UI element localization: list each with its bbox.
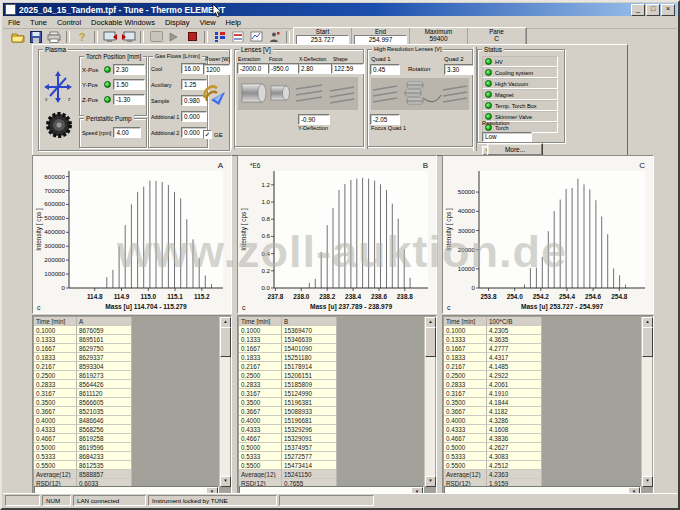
table-row[interactable]: 0.18338629337 xyxy=(34,353,132,362)
table-row[interactable]: 0.36678521035 xyxy=(34,407,132,416)
start-scan-button[interactable] xyxy=(165,30,183,44)
table-row[interactable]: Time [min]100*C/B xyxy=(444,317,542,326)
scroll-down-icon[interactable]: ▼ xyxy=(425,476,436,487)
table-row[interactable]: 0.100015369470 xyxy=(239,326,337,335)
table-row[interactable]: 0.53338684233 xyxy=(34,452,132,461)
vertical-scrollbar[interactable]: ▲▼ xyxy=(424,317,435,487)
menu-control[interactable]: Control xyxy=(52,18,86,27)
table-row[interactable]: 0.40004.3286 xyxy=(444,416,542,425)
focus-quad1-field[interactable]: -2.05 xyxy=(370,114,400,125)
table-row[interactable]: 0.466715329091 xyxy=(239,434,337,443)
table-row[interactable]: 0.21674.1485 xyxy=(444,362,542,371)
spectrum-pane-c[interactable]: 01000020000300004000050000253.8254.0254.… xyxy=(442,155,654,314)
vertical-scrollbar[interactable]: ▲▼ xyxy=(219,317,230,487)
table-row[interactable]: 0.25008619273 xyxy=(34,371,132,380)
y-deflection-field[interactable]: -0.90 xyxy=(298,114,330,125)
table-row[interactable]: 0.10004.2305 xyxy=(444,326,542,335)
table-row[interactable]: 0.500015374957 xyxy=(239,443,337,452)
extraction-field[interactable]: -2000.0 xyxy=(237,63,269,74)
peristaltic-pump-icon[interactable] xyxy=(45,108,73,146)
minimize-button[interactable]: _ xyxy=(631,4,645,16)
table-row[interactable]: 0.50008619596 xyxy=(34,443,132,452)
table-row[interactable]: 0.55008612535 xyxy=(34,461,132,470)
table-row[interactable]: 0.283315185809 xyxy=(239,380,337,389)
table-row[interactable]: 0.433315329296 xyxy=(239,425,337,434)
pump-speed-field[interactable]: 4.00 xyxy=(113,127,141,138)
torch-position-icon[interactable]: xz xyxy=(43,70,73,108)
table-row[interactable]: 0.316715124990 xyxy=(239,389,337,398)
menu-tune[interactable]: Tune xyxy=(25,18,52,27)
table-row[interactable]: 0.53334.3083 xyxy=(444,452,542,461)
table-row[interactable]: Time [min]A xyxy=(34,317,132,326)
z-pos-field[interactable]: -1.30 xyxy=(113,94,145,105)
table-row[interactable]: 0.13334.3635 xyxy=(444,335,542,344)
table-row[interactable]: 0.18334.4317 xyxy=(444,353,542,362)
additional1-field[interactable]: 0.000 xyxy=(181,111,207,122)
peak-table-button[interactable] xyxy=(229,30,247,44)
table-row[interactable]: Time [min]B xyxy=(239,317,337,326)
menu-view[interactable]: View xyxy=(194,18,220,27)
scroll-down-icon[interactable]: ▼ xyxy=(642,476,653,487)
table-row[interactable]: 0.400015196681 xyxy=(239,416,337,425)
print-button[interactable] xyxy=(45,30,63,44)
table-row[interactable]: 0.40008486646 xyxy=(34,416,132,425)
shape-field[interactable]: 122.59 xyxy=(331,63,364,74)
table-row[interactable]: 0.133315346639 xyxy=(239,335,337,344)
menu-display[interactable]: Display xyxy=(160,18,195,27)
table-row[interactable]: 0.350015196381 xyxy=(239,398,337,407)
scrollbar-thumb[interactable] xyxy=(642,327,653,357)
scrollbar-thumb[interactable] xyxy=(220,327,231,357)
maximize-button[interactable]: □ xyxy=(646,4,660,16)
more-button[interactable]: More... xyxy=(487,143,543,156)
table-row[interactable]: 0.50004.2627 xyxy=(444,443,542,452)
plasma-power-icon[interactable] xyxy=(201,78,228,110)
y-pos-field[interactable]: 1.50 xyxy=(113,79,145,90)
table-row[interactable]: 0.31674.1910 xyxy=(444,389,542,398)
table-row[interactable]: 0.366715088933 xyxy=(239,407,337,416)
focus-field[interactable]: -950.0 xyxy=(268,63,300,74)
table-row[interactable]: 0.28334.2061 xyxy=(444,380,542,389)
resolution-value[interactable]: Low xyxy=(482,132,532,142)
table-row[interactable]: 0.43334.1608 xyxy=(444,425,542,434)
menu-file[interactable]: File xyxy=(3,18,25,27)
table-row[interactable]: 0.55004.2512 xyxy=(444,461,542,470)
tune-window-right-button[interactable] xyxy=(119,30,137,44)
save-button[interactable] xyxy=(27,30,45,44)
x-pos-field[interactable]: 2.30 xyxy=(113,64,145,75)
spectrum-pane-a[interactable]: 0100000200000300000400000500000600000700… xyxy=(32,155,232,314)
menu-dockable-windows[interactable]: Dockable Windows xyxy=(86,18,160,27)
table-row[interactable]: 0.43338568256 xyxy=(34,425,132,434)
inactive-button[interactable] xyxy=(147,30,165,44)
mass-calibration-button[interactable] xyxy=(265,30,283,44)
table-row[interactable]: 0.36674.1182 xyxy=(444,407,542,416)
help-button[interactable]: ? xyxy=(73,30,91,44)
peak-list-button[interactable] xyxy=(211,30,229,44)
table-row[interactable]: 0.183315251180 xyxy=(239,353,337,362)
spectrum-pane-b[interactable]: 0.00.20.40.60.81.01.2237.8238.0238.2238.… xyxy=(237,155,437,314)
table-row[interactable]: 0.16678629750 xyxy=(34,344,132,353)
table-row[interactable]: 0.16674.2777 xyxy=(444,344,542,353)
x-deflection-field[interactable]: 2.80 xyxy=(298,63,332,74)
close-button[interactable]: × xyxy=(661,4,675,16)
quad2-field[interactable]: 3.30 xyxy=(444,64,474,75)
table-row[interactable]: 0.28338564426 xyxy=(34,380,132,389)
table-row[interactable]: 0.21678593304 xyxy=(34,362,132,371)
table-row[interactable]: 0.533315272577 xyxy=(239,452,337,461)
table-row[interactable]: 0.10008676059 xyxy=(34,326,132,335)
vertical-scrollbar[interactable]: ▲▼ xyxy=(641,317,652,487)
scroll-down-icon[interactable]: ▼ xyxy=(220,476,231,487)
menu-help[interactable]: Help xyxy=(221,18,246,27)
table-row[interactable]: 0.35008566605 xyxy=(34,398,132,407)
table-row[interactable]: 0.25004.2922 xyxy=(444,371,542,380)
open-file-button[interactable] xyxy=(9,30,27,44)
table-row[interactable]: 0.216715178914 xyxy=(239,362,337,371)
scrollbar-thumb[interactable] xyxy=(425,327,436,357)
table-row[interactable]: 0.13338695161 xyxy=(34,335,132,344)
stop-scan-button[interactable] xyxy=(183,30,201,44)
table-row[interactable]: 0.250015206151 xyxy=(239,371,337,380)
table-row[interactable]: 0.35004.1844 xyxy=(444,398,542,407)
table-row[interactable]: 0.46674.3836 xyxy=(444,434,542,443)
table-row[interactable]: 0.46678619258 xyxy=(34,434,132,443)
table-row[interactable]: 0.166715401090 xyxy=(239,344,337,353)
scale-display-button[interactable] xyxy=(247,30,265,44)
